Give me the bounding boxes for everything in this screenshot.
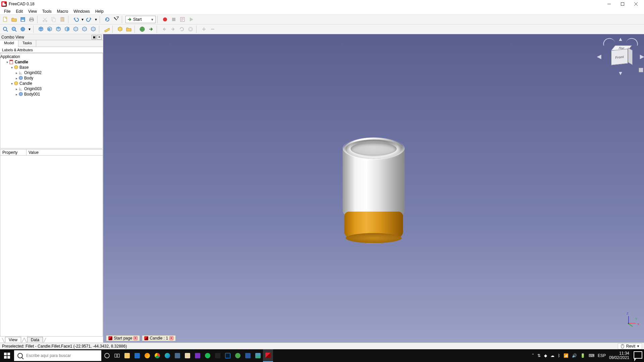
nav-forward-button[interactable] — [169, 25, 177, 33]
spotify-icon[interactable] — [203, 349, 213, 362]
nav-refresh-button[interactable] — [178, 25, 186, 33]
print-button[interactable] — [28, 15, 36, 23]
expand-icon[interactable]: ▾ — [5, 60, 9, 64]
nav-stop-button[interactable] — [186, 25, 195, 33]
redo-button[interactable] — [85, 15, 93, 23]
doc-tab-start[interactable]: Start page ✕ — [106, 335, 140, 341]
expand-icon[interactable]: ▸ — [14, 71, 18, 75]
outlook-icon[interactable] — [132, 349, 142, 362]
view-bottom-button[interactable] — [80, 25, 89, 33]
close-icon[interactable]: ✕ — [133, 336, 138, 340]
macro-stop-button[interactable] — [170, 15, 178, 23]
tray-clock[interactable]: 11:34 09/02/2021 — [609, 351, 629, 360]
menu-file[interactable]: File — [1, 8, 13, 14]
nav-style-selector[interactable]: Revit ▼ — [618, 343, 642, 349]
cube-side-face[interactable] — [628, 48, 633, 65]
whats-this-button[interactable]: ? — [112, 15, 120, 23]
expand-icon[interactable]: ▾ — [10, 82, 14, 85]
tray-onedrive-icon[interactable]: ☁ — [550, 353, 554, 358]
doc-tab-candle[interactable]: Candle : 1 ✕ — [142, 335, 176, 341]
tree-item[interactable]: ▾Base — [0, 65, 103, 70]
view-front-button[interactable] — [46, 25, 54, 33]
draw-style-button[interactable] — [19, 25, 27, 33]
zoom-out-button[interactable] — [209, 25, 217, 33]
menu-windows[interactable]: Windows — [71, 8, 93, 14]
combo-float-button[interactable]: ▣ — [92, 35, 96, 40]
zoom-in-button[interactable] — [200, 25, 208, 33]
nav-back-button[interactable] — [160, 25, 168, 33]
macro-record-button[interactable] — [161, 15, 169, 23]
expand-icon[interactable]: ▸ — [14, 76, 18, 80]
menu-macro[interactable]: Macro — [54, 8, 71, 14]
close-icon[interactable]: ✕ — [169, 336, 173, 340]
draw-style-dropdown[interactable]: ▾ — [28, 25, 32, 33]
3d-viewport[interactable]: ▲▼ ◀▶ Top Front X Y Z Start page ✕ — [103, 34, 644, 343]
tab-model[interactable]: Model — [0, 40, 18, 47]
tray-volume-icon[interactable]: 🔊 — [572, 353, 577, 358]
tree-item[interactable]: ▾Candle — [0, 81, 103, 86]
minimize-button[interactable] — [602, 0, 616, 8]
taskbar-search[interactable]: Escribe aquí para buscar — [14, 350, 101, 361]
view-right-button[interactable] — [63, 25, 71, 33]
cube-front-face[interactable]: Front — [611, 49, 628, 65]
action-center-icon[interactable] — [632, 349, 644, 362]
photos-icon[interactable] — [253, 349, 263, 362]
calculator-icon[interactable] — [172, 349, 182, 362]
menu-edit[interactable]: Edit — [13, 8, 25, 14]
app-icon-green[interactable] — [233, 349, 243, 362]
tray-battery-icon[interactable]: 🔋 — [580, 353, 585, 358]
combo-close-button[interactable]: ✕ — [97, 35, 102, 40]
tree-item[interactable]: ▸Origin003 — [0, 86, 103, 92]
tray-dropbox-icon[interactable]: ◆ — [544, 353, 547, 358]
macro-play-button[interactable] — [187, 15, 195, 23]
expand-icon[interactable]: ▾ — [10, 66, 14, 69]
app-icon-generic[interactable] — [213, 349, 223, 362]
start-button[interactable] — [0, 349, 14, 362]
copy-button[interactable] — [50, 15, 58, 23]
tray-chevron-icon[interactable]: ˄ — [532, 353, 534, 358]
menu-help[interactable]: Help — [93, 8, 106, 14]
tray-language[interactable]: ESP — [598, 353, 606, 358]
cut-button[interactable] — [41, 15, 49, 23]
model-tree[interactable]: Application ▾Candle▾Base▸Origin002▸Body▾… — [0, 53, 103, 148]
fit-all-button[interactable] — [1, 25, 9, 33]
expand-icon[interactable]: ▸ — [14, 87, 18, 91]
paste-button[interactable] — [58, 15, 66, 23]
photoshop-icon[interactable] — [223, 349, 233, 362]
tab-tasks[interactable]: Tasks — [18, 40, 36, 47]
macro-list-button[interactable] — [178, 15, 186, 23]
measure-button[interactable] — [103, 25, 111, 33]
firefox-icon[interactable] — [142, 349, 152, 362]
property-tab-view[interactable]: View — [5, 337, 21, 343]
expand-icon[interactable]: ▸ — [14, 93, 18, 96]
word-icon[interactable] — [243, 349, 253, 362]
tree-item[interactable]: ▸Body — [0, 75, 103, 81]
menu-view[interactable]: View — [25, 8, 40, 14]
property-tab-data[interactable]: Data — [27, 337, 43, 343]
group-create-button[interactable] — [125, 25, 133, 33]
web-home-button[interactable] — [138, 25, 146, 33]
fit-selection-button[interactable] — [10, 25, 18, 33]
onenote-icon[interactable] — [193, 349, 203, 362]
refresh-button[interactable] — [103, 15, 111, 23]
cube-home-button[interactable] — [639, 68, 643, 72]
tray-sync-icon[interactable]: ⇅ — [537, 353, 541, 358]
chrome-icon[interactable] — [152, 349, 162, 362]
tree-item[interactable]: ▾Candle — [0, 59, 103, 65]
view-left-button[interactable] — [89, 25, 97, 33]
menu-tools[interactable]: Tools — [40, 8, 54, 14]
cortana-icon[interactable] — [102, 349, 112, 362]
view-top-button[interactable] — [54, 25, 62, 33]
open-file-button[interactable] — [10, 15, 18, 23]
tray-wifi-icon[interactable]: 📶 — [564, 353, 569, 358]
freecad-taskbar-icon[interactable] — [263, 349, 273, 362]
workbench-selector[interactable]: Start ▼ — [125, 16, 156, 23]
view-iso-button[interactable] — [37, 25, 45, 33]
tree-item[interactable]: ▸Origin002 — [0, 70, 103, 75]
undo-dropdown[interactable]: ▾ — [80, 15, 85, 23]
paint-icon[interactable] — [182, 349, 193, 362]
redo-dropdown[interactable]: ▾ — [94, 15, 98, 23]
view-rear-button[interactable] — [72, 25, 80, 33]
web-forward-button[interactable] — [147, 25, 155, 33]
tree-item[interactable]: ▸Body001 — [0, 92, 103, 97]
